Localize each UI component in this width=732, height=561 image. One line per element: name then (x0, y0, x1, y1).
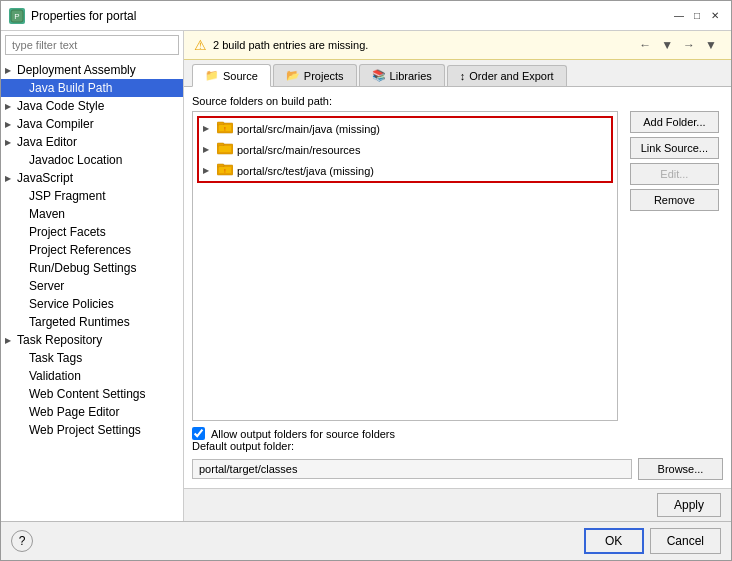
svg-rect-3 (217, 122, 224, 125)
sidebar-item-label: Task Repository (17, 333, 102, 347)
source-item-arrow-icon: ▶ (203, 124, 213, 133)
source-tab-label: Source (223, 70, 258, 82)
sidebar-item-task-tags[interactable]: Task Tags (1, 349, 183, 367)
expand-arrow-icon: ▶ (5, 138, 13, 147)
back-button[interactable]: ← (635, 36, 655, 54)
sidebar-item-label: Run/Debug Settings (29, 261, 136, 275)
title-bar: P Properties for portal ― □ ✕ (1, 1, 731, 31)
svg-rect-10 (217, 164, 224, 167)
sidebar-item-label: Maven (29, 207, 65, 221)
source-item-src-main-java[interactable]: ▶!portal/src/main/java (missing) (199, 118, 611, 139)
expand-arrow-icon: ▶ (5, 336, 13, 345)
libraries-tab-icon: 📚 (372, 69, 386, 82)
right-panel: ⚠ 2 build path entries are missing. ← ▼ … (184, 31, 731, 521)
source-and-buttons: ▶!portal/src/main/java (missing)▶portal/… (192, 111, 723, 421)
output-folder-row: Browse... (192, 458, 723, 480)
svg-rect-8 (219, 146, 231, 152)
order-and-export-tab-icon: ↕ (460, 70, 466, 82)
tab-libraries[interactable]: 📚Libraries (359, 64, 445, 86)
dropdown-button2[interactable]: ▼ (701, 36, 721, 54)
ok-button[interactable]: OK (584, 528, 644, 554)
source-item-label: portal/src/main/java (missing) (237, 123, 380, 135)
sidebar-item-label: Java Code Style (17, 99, 104, 113)
expand-arrow-icon: ▶ (5, 174, 13, 183)
source-item-label: portal/src/main/resources (237, 144, 361, 156)
warning-actions: ← ▼ → ▼ (635, 36, 721, 54)
browse-button[interactable]: Browse... (638, 458, 723, 480)
sidebar-item-deployment-assembly[interactable]: ▶Deployment Assembly (1, 61, 183, 79)
tab-source[interactable]: 📁Source (192, 64, 271, 87)
maximize-button[interactable]: □ (689, 8, 705, 24)
source-item-arrow-icon: ▶ (203, 166, 213, 175)
forward-button[interactable]: → (679, 36, 699, 54)
sidebar-item-java-build-path[interactable]: Java Build Path (1, 79, 183, 97)
sidebar-item-javadoc-location[interactable]: Javadoc Location (1, 151, 183, 169)
dialog-footer: ? OK Cancel (1, 521, 731, 560)
tabs-bar: 📁Source📂Projects📚Libraries↕Order and Exp… (184, 60, 731, 87)
source-tab-icon: 📁 (205, 69, 219, 82)
svg-text:P: P (14, 12, 19, 21)
cancel-button[interactable]: Cancel (650, 528, 721, 554)
sidebar-item-service-policies[interactable]: Service Policies (1, 295, 183, 313)
svg-rect-7 (217, 143, 224, 146)
source-item-src-main-resources[interactable]: ▶portal/src/main/resources (199, 139, 611, 160)
folder-icon: ! (217, 162, 233, 179)
allow-output-label: Allow output folders for source folders (211, 428, 395, 440)
remove-button[interactable]: Remove (630, 189, 719, 211)
link-source-button[interactable]: Link Source... (630, 137, 719, 159)
output-folder-input[interactable] (192, 459, 632, 479)
source-item-label: portal/src/test/java (missing) (237, 165, 374, 177)
apply-row: Apply (184, 488, 731, 521)
sidebar-item-label: Deployment Assembly (17, 63, 136, 77)
sidebar-item-label: Server (29, 279, 64, 293)
sidebar-item-web-page-editor[interactable]: Web Page Editor (1, 403, 183, 421)
sidebar-item-task-repository[interactable]: ▶Task Repository (1, 331, 183, 349)
sidebar-item-label: Project References (29, 243, 131, 257)
source-header: Source folders on build path: (192, 95, 723, 107)
sidebar-item-label: Project Facets (29, 225, 106, 239)
tab-order-and-export[interactable]: ↕Order and Export (447, 65, 567, 86)
tab-content: Source folders on build path: ▶!portal/s… (184, 87, 731, 488)
close-button[interactable]: ✕ (707, 8, 723, 24)
tab-projects[interactable]: 📂Projects (273, 64, 357, 86)
dropdown-button[interactable]: ▼ (657, 36, 677, 54)
sidebar-item-java-code-style[interactable]: ▶Java Code Style (1, 97, 183, 115)
dialog-icon: P (9, 8, 25, 24)
source-item-src-test-java[interactable]: ▶!portal/src/test/java (missing) (199, 160, 611, 181)
buttons-panel: Add Folder...Link Source...Edit...Remove (626, 111, 723, 421)
source-tree[interactable]: ▶!portal/src/main/java (missing)▶portal/… (192, 111, 618, 421)
sidebar-item-label: Targeted Runtimes (29, 315, 130, 329)
sidebar-item-server[interactable]: Server (1, 277, 183, 295)
sidebar-item-label: Javadoc Location (29, 153, 122, 167)
sidebar-item-project-references[interactable]: Project References (1, 241, 183, 259)
expand-arrow-icon: ▶ (5, 102, 13, 111)
footer-right: OK Cancel (584, 528, 721, 554)
warning-text: 2 build path entries are missing. (213, 39, 368, 51)
sidebar-item-project-facets[interactable]: Project Facets (1, 223, 183, 241)
folder-icon (217, 141, 233, 158)
sidebar-item-label: Java Editor (17, 135, 77, 149)
sidebar-item-label: Java Compiler (17, 117, 94, 131)
edit-button[interactable]: Edit... (630, 163, 719, 185)
expand-arrow-icon: ▶ (5, 120, 13, 129)
minimize-button[interactable]: ― (671, 8, 687, 24)
sidebar-item-web-content-settings[interactable]: Web Content Settings (1, 385, 183, 403)
sidebar-item-targeted-runtimes[interactable]: Targeted Runtimes (1, 313, 183, 331)
filter-input[interactable] (5, 35, 179, 55)
apply-button[interactable]: Apply (657, 493, 721, 517)
help-button[interactable]: ? (11, 530, 33, 552)
svg-text:!: ! (224, 168, 225, 174)
properties-dialog: P Properties for portal ― □ ✕ ▶Deploymen… (0, 0, 732, 561)
allow-output-checkbox[interactable] (192, 427, 205, 440)
sidebar-item-label: Web Content Settings (29, 387, 146, 401)
sidebar-item-run-debug-settings[interactable]: Run/Debug Settings (1, 259, 183, 277)
sidebar-item-label: Web Project Settings (29, 423, 141, 437)
sidebar-item-javascript[interactable]: ▶JavaScript (1, 169, 183, 187)
sidebar-item-java-editor[interactable]: ▶Java Editor (1, 133, 183, 151)
add-folder-button[interactable]: Add Folder... (630, 111, 719, 133)
sidebar-item-jsp-fragment[interactable]: JSP Fragment (1, 187, 183, 205)
sidebar-item-validation[interactable]: Validation (1, 367, 183, 385)
sidebar-item-maven[interactable]: Maven (1, 205, 183, 223)
sidebar-item-java-compiler[interactable]: ▶Java Compiler (1, 115, 183, 133)
sidebar-item-web-project-settings[interactable]: Web Project Settings (1, 421, 183, 439)
